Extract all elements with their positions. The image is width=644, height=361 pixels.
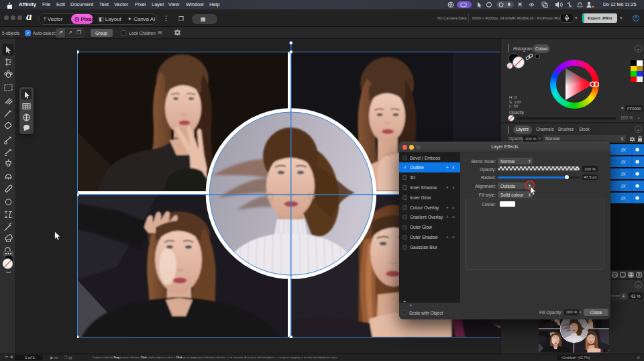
svg-text:fX: fX [621,148,626,152]
svg-text:fX: fX [621,196,626,201]
svg-text:fX: fX [621,184,626,189]
svg-text:fX: fX [621,160,626,164]
svg-text:fX: fX [621,172,626,176]
